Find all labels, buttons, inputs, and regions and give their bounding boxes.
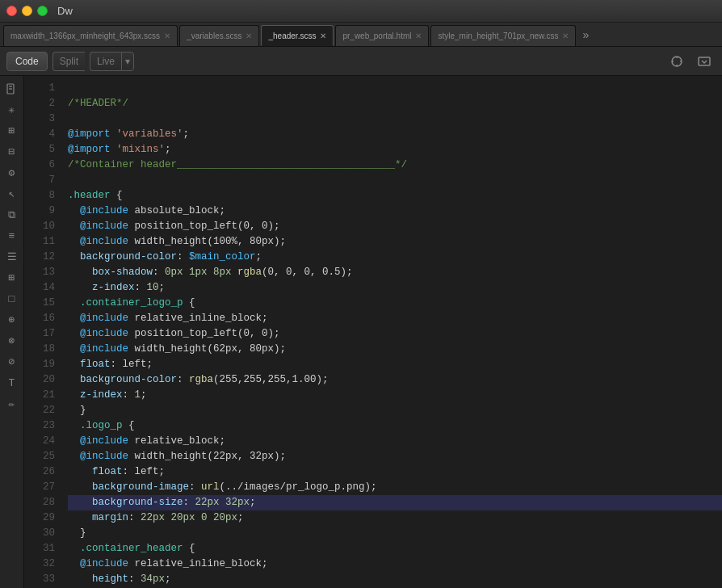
link-icon[interactable]: ⊕ xyxy=(2,310,22,330)
code-line: box-shadow: 0px 1px 8px rgba(0, 0, 0, 0.… xyxy=(68,265,722,280)
code-line: @import 'mixins'; xyxy=(68,142,722,158)
tab-label: _variables.scss xyxy=(187,32,241,40)
line-number: 12 xyxy=(24,250,55,265)
line-number: 10 xyxy=(24,219,55,234)
line-number: 5 xyxy=(24,142,55,158)
code-line: } xyxy=(68,526,722,541)
code-line xyxy=(68,81,722,96)
preview-icon[interactable] xyxy=(693,52,716,71)
code-editor[interactable]: 1234567891011121314151617181920212223242… xyxy=(24,76,722,588)
line-number: 19 xyxy=(24,357,55,372)
code-line: .logo_p { xyxy=(68,418,722,434)
code-line: float: left; xyxy=(68,464,722,480)
code-line: @include absolute_block; xyxy=(68,204,722,219)
code-button[interactable]: Code xyxy=(6,52,48,71)
maximize-button[interactable] xyxy=(37,6,48,16)
tab-portal[interactable]: pr_web_portal.html ✕ xyxy=(335,25,429,46)
tab-maxwidth[interactable]: maxwidth_1366px_minheight_643px.scss ✕ xyxy=(3,25,178,46)
line-number: 25 xyxy=(24,449,55,464)
tab-close-icon[interactable]: ✕ xyxy=(246,32,252,40)
inspect-icon[interactable] xyxy=(665,52,688,71)
tab-close-icon[interactable]: ✕ xyxy=(320,32,326,40)
code-line: z-index: 1; xyxy=(68,388,722,403)
line-number: 33 xyxy=(24,572,55,587)
live-dropdown-arrow[interactable]: ▾ xyxy=(121,52,134,71)
code-line: @include width_height(22px, 32px); xyxy=(68,449,722,464)
layers-icon[interactable]: ⊗ xyxy=(2,331,22,351)
code-line: /*Container header______________________… xyxy=(68,158,722,173)
code-line: /*HEADER*/ xyxy=(68,96,722,111)
line-number: 13 xyxy=(24,265,55,280)
tab-overflow-button[interactable]: » xyxy=(577,25,594,46)
title-bar: Dw xyxy=(0,0,722,23)
line-number: 4 xyxy=(24,127,55,142)
live-button[interactable]: Live xyxy=(90,52,121,71)
code-line: .container_header { xyxy=(68,541,722,556)
code-line: @include relative_inline_block; xyxy=(68,556,722,572)
asterisk-icon[interactable]: ✳ xyxy=(2,100,22,120)
line-number: 32 xyxy=(24,556,55,572)
minimize-button[interactable] xyxy=(22,6,32,16)
close-button[interactable] xyxy=(6,6,17,16)
code-line: background-image: url(../images/pr_logo_… xyxy=(68,480,722,495)
code-line: @include width_height(100%, 80px); xyxy=(68,234,722,250)
toolbar: Code Split Live ▾ xyxy=(0,47,722,76)
text-icon[interactable]: T xyxy=(2,373,22,393)
line-number: 29 xyxy=(24,510,55,526)
live-button-group: Live ▾ xyxy=(90,52,134,71)
expand-icon[interactable]: ⊞ xyxy=(2,121,22,141)
sliders-icon[interactable]: ⧉ xyxy=(2,205,22,225)
line-number: 11 xyxy=(24,234,55,250)
line-number: 17 xyxy=(24,326,55,342)
code-line: @include position_top_left(0, 0); xyxy=(68,219,722,234)
code-container: 1234567891011121314151617181920212223242… xyxy=(24,76,722,588)
code-content[interactable]: /*HEADER*/@import 'variables';@import 'm… xyxy=(65,76,722,588)
grid-icon[interactable]: ⊟ xyxy=(2,142,22,162)
tab-close-icon[interactable]: ✕ xyxy=(562,32,569,40)
tab-variables[interactable]: _variables.scss ✕ xyxy=(179,25,259,46)
code-line: background-size: 22px 32px; xyxy=(68,495,722,510)
code-line xyxy=(68,111,722,127)
brush-icon[interactable]: ✏ xyxy=(2,394,22,414)
line-number: 9 xyxy=(24,204,55,219)
tab-close-icon[interactable]: ✕ xyxy=(164,32,170,40)
tab-label: pr_web_portal.html xyxy=(342,32,411,40)
line-number: 30 xyxy=(24,526,55,541)
line-number: 3 xyxy=(24,111,55,127)
line-number: 2 xyxy=(24,96,55,111)
code-line: @include width_height(62px, 80px); xyxy=(68,342,722,357)
tab-header[interactable]: _header.scss ✕ xyxy=(261,25,334,46)
line-number: 15 xyxy=(24,296,55,311)
main-area: ✳ ⊞ ⊟ ⚙ ↖ ⧉ ≡ ☰ ⊞ □ ⊕ ⊗ ⊘ T ✏ 1234567891… xyxy=(0,76,722,588)
files-icon[interactable] xyxy=(2,79,22,99)
line-number: 6 xyxy=(24,158,55,173)
settings-icon[interactable]: ⚙ xyxy=(2,163,22,183)
code-line: .header { xyxy=(68,188,722,204)
tab-label: _header.scss xyxy=(268,32,316,40)
code-line: .container_logo_p { xyxy=(68,296,722,311)
code-line: background-color: rgba(255,255,255,1.00)… xyxy=(68,372,722,388)
line-number: 28 xyxy=(24,495,55,510)
tab-bar: maxwidth_1366px_minheight_643px.scss ✕ _… xyxy=(0,23,722,47)
cursor-icon[interactable]: ↖ xyxy=(2,184,22,204)
line-number: 27 xyxy=(24,480,55,495)
code-line: @import 'variables'; xyxy=(68,127,722,142)
line-number: 14 xyxy=(24,280,55,296)
tab-close-icon[interactable]: ✕ xyxy=(415,32,422,40)
sidebar: ✳ ⊞ ⊟ ⚙ ↖ ⧉ ≡ ☰ ⊞ □ ⊕ ⊗ ⊘ T ✏ xyxy=(0,76,24,588)
app-title: Dw xyxy=(57,5,73,17)
code-line: margin: 22px 20px 0 20px; xyxy=(68,510,722,526)
copy-icon[interactable]: ⊞ xyxy=(2,268,22,288)
code-line: height: 34px; xyxy=(68,572,722,587)
list2-icon[interactable]: ☰ xyxy=(2,247,22,267)
line-number: 22 xyxy=(24,403,55,418)
code-line: z-index: 10; xyxy=(68,280,722,296)
code-line: background-color: $main_color; xyxy=(68,250,722,265)
sliders2-icon[interactable]: ⊘ xyxy=(2,352,22,372)
split-button[interactable]: Split xyxy=(52,52,85,71)
line-number: 18 xyxy=(24,342,55,357)
box-icon[interactable]: □ xyxy=(2,289,22,309)
tab-style[interactable]: style_min_height_701px_new.css ✕ xyxy=(430,25,576,46)
code-line: float: left; xyxy=(68,357,722,372)
list-icon[interactable]: ≡ xyxy=(2,226,22,246)
